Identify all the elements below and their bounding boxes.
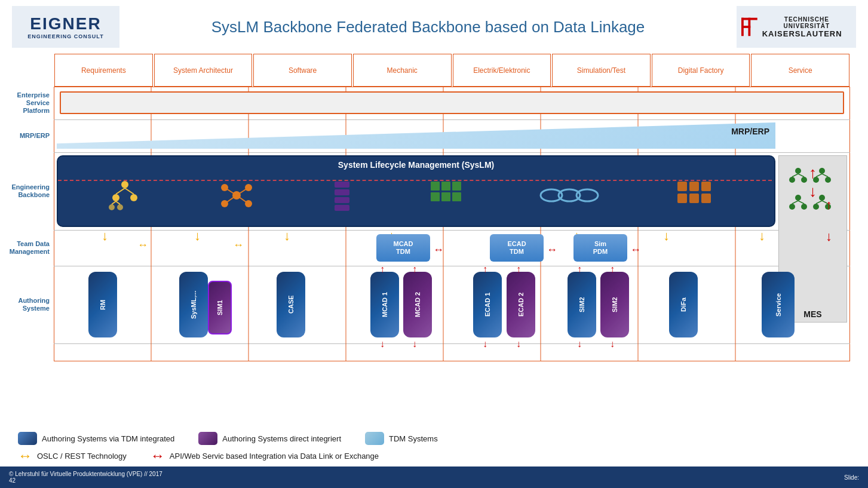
col-simulation: Simulation/Test — [552, 54, 651, 87]
eigner-brand-sub: ENGINEERING CONSULT — [27, 33, 103, 39]
sim1-cylinder: SIM1 — [208, 281, 232, 334]
legend-yellow-arrow-icon: ↔ — [18, 449, 32, 463]
mes-arrows: ↑ ↓ — [809, 165, 817, 199]
svg-point-12 — [112, 194, 119, 201]
divider-2 — [54, 152, 850, 153]
divider-1 — [54, 119, 850, 120]
sim2b-cylinder: SIM2 — [600, 272, 629, 337]
col-mechanic: Mechanic — [353, 54, 452, 87]
ecad2-cylinder: ECAD 2 — [507, 272, 535, 337]
sim2b-cylinder-container: SIM2 — [600, 272, 629, 337]
red-arrow-mcad1-down: ↓ — [380, 339, 385, 349]
case-cylinder: CASE — [277, 272, 305, 337]
sim1-cylinder-container: SIM1 — [208, 281, 232, 334]
arrow-difa-down: ↓ — [663, 228, 670, 244]
legend-purple-text: Authoring Systems direct integriert — [222, 434, 341, 443]
red-arrow-mcad2-up: ↑ — [412, 264, 417, 275]
stack-icon — [332, 179, 352, 211]
col-digital-factory: Digital Factory — [652, 54, 750, 87]
tu-brand-name: TECHNISCHE UNIVERSITÄT — [762, 16, 851, 29]
header: EIGNER ENGINEERING CONSULT SysLM Backbon… — [0, 0, 868, 54]
legend-lightblue-item: TDM Systems — [365, 432, 438, 445]
svg-line-54 — [798, 174, 804, 177]
footer-slide: Slide: — [844, 474, 859, 481]
red-h-arrow-2: ↔ — [547, 244, 557, 256]
svg-rect-33 — [335, 197, 349, 203]
orange-blocks-icon — [676, 179, 724, 211]
legend-blue-text: Authoring Systems via TDM integrated — [42, 434, 174, 443]
svg-rect-48 — [689, 194, 699, 203]
ecad1-cylinder-container: ECAD 1 — [473, 272, 502, 337]
legend-blue-item: Authoring Systems via TDM integrated — [18, 432, 174, 445]
difa-cylinder: DiFa — [669, 272, 698, 337]
red-arrow-sim2b-down: ↓ — [610, 339, 615, 349]
case-cylinder-container: CASE — [277, 272, 305, 337]
mrp-erp-label: MRP/ERP — [731, 127, 769, 136]
svg-point-50 — [795, 168, 801, 174]
difa-cylinder-container: DiFa — [669, 272, 698, 337]
svg-rect-37 — [431, 192, 440, 201]
svg-rect-38 — [441, 192, 450, 201]
syslm-icons-row — [58, 170, 774, 220]
svg-line-64 — [798, 201, 804, 204]
col-electrik: Electrik/Elektronic — [453, 54, 551, 87]
mes-label: MES — [803, 309, 821, 319]
legend-red-item: ↔ API/Web Servic based Integration via D… — [151, 449, 379, 463]
rm-cylinder: RM — [88, 272, 117, 337]
mcad2-cylinder: MCAD 2 — [403, 272, 432, 337]
legend-purple-box — [198, 432, 217, 445]
svg-line-28 — [237, 188, 249, 195]
oval-chain-icon — [539, 183, 599, 207]
svg-line-27 — [225, 188, 237, 195]
arrow-service-down: ↓ — [759, 228, 765, 244]
network-icon — [219, 179, 254, 211]
legend-lightblue-box — [365, 432, 384, 445]
red-arrow-sim2a-up: ↑ — [577, 264, 582, 275]
sim2a-cylinder: SIM2 — [568, 272, 596, 337]
red-arrow-mes-down: ↓ — [826, 229, 832, 244]
svg-point-51 — [789, 177, 795, 183]
red-arrow-sim2a-down: ↓ — [577, 339, 582, 349]
divider-4 — [54, 266, 850, 266]
tu-brand-sub: KAISERSLAUTERN — [762, 29, 851, 38]
row-label-esp: Enterprise ServicePlatform — [18, 87, 53, 119]
footer: © Lehrstuhl für Virtuelle Produktentwick… — [0, 466, 868, 488]
footer-slide-label: Slide: — [844, 474, 859, 481]
svg-rect-49 — [701, 194, 711, 203]
footer-copyright-text: © Lehrstuhl für Virtuelle Produktentwick… — [9, 471, 162, 477]
svg-point-66 — [813, 204, 819, 210]
esp-bar — [60, 91, 844, 114]
svg-line-63 — [792, 201, 798, 204]
row-label-backbone: EngineeringBackbone — [18, 152, 53, 230]
svg-line-17 — [125, 188, 134, 194]
h-arrow-1: ↔ — [137, 239, 148, 251]
green-blocks-icon — [430, 179, 462, 211]
red-arrow-mcad1-up: ↑ — [380, 264, 385, 275]
svg-point-15 — [117, 204, 123, 210]
sim2a-cylinder-container: SIM2 — [568, 272, 596, 337]
svg-rect-34 — [335, 205, 349, 211]
svg-line-19 — [116, 201, 120, 204]
red-arrow-ecad1-up: ↑ — [483, 264, 487, 275]
svg-point-14 — [109, 204, 115, 210]
syslm-title: System Lifecycle Management (SysLM) — [58, 156, 774, 170]
service-cylinder-container: Service — [762, 272, 795, 337]
rm-cylinder-container: RM — [88, 272, 117, 337]
mrp-triangle — [57, 122, 775, 149]
arrow-case-down: ↓ — [284, 228, 290, 244]
red-arrow-mcad2-down: ↓ — [412, 339, 417, 349]
svg-point-57 — [825, 177, 831, 183]
svg-point-65 — [819, 195, 825, 201]
svg-line-53 — [792, 174, 798, 177]
col-software: Software — [253, 54, 352, 87]
legend-red-arrow-icon: ↔ — [151, 449, 165, 463]
svg-line-16 — [116, 188, 125, 194]
red-h-arrow-3: ↔ — [630, 244, 641, 256]
red-arrow-sim2b-up: ↑ — [610, 264, 615, 275]
red-arrow-mes-up: ↑ — [826, 197, 832, 213]
diagram-area: Requirements System Architectur Software… — [18, 54, 850, 370]
col-requirements: Requirements — [54, 54, 153, 87]
footer-copyright: © Lehrstuhl für Virtuelle Produktentwick… — [9, 471, 162, 484]
legend-row-1: Authoring Systems via TDM integrated Aut… — [18, 432, 850, 445]
svg-line-30 — [237, 195, 249, 204]
